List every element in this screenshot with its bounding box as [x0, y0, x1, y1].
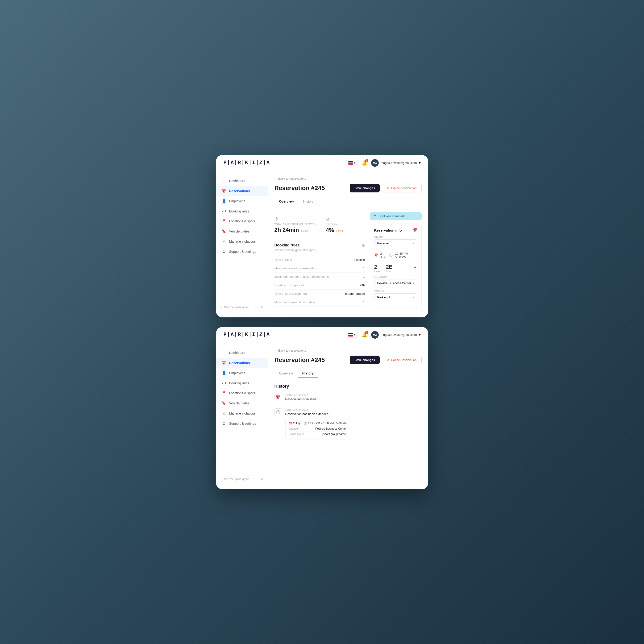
dashboard-icon: ⊞	[222, 351, 226, 355]
close-icon[interactable]: ✕	[261, 306, 263, 309]
page-title: Reservation #245	[274, 184, 325, 192]
spot-changed-text: Spot was changed!	[379, 214, 405, 218]
sidebar2-item-reservations[interactable]: 📅 Reservations	[216, 358, 268, 368]
chevron-down-icon: ▾	[354, 161, 356, 165]
stat-criteria-badge: + 20%	[336, 230, 343, 233]
history-item-finished: 📅 11:16 Sep 20, 2022 Reservation is fini…	[274, 394, 422, 403]
booking-rules-subtitle: Flexible random generated spots	[274, 249, 365, 252]
rule-max-active: Maximum number of active reservations 1	[274, 273, 365, 281]
header-right: ▾ 🔔 1 MA magda.nowak@gmail.com ▾	[346, 159, 420, 167]
user-email: magda.nowak@gmail.com	[381, 161, 417, 165]
sidebar2-item-employees[interactable]: 👤 Employees	[216, 368, 268, 378]
sidebar-item-employees[interactable]: 👤 Employees	[216, 196, 268, 206]
sidebar2-item-locations[interactable]: 📍 Locations & spots	[216, 388, 268, 398]
sidebar-item-reservations[interactable]: 📅 Reservations	[216, 186, 268, 196]
sidebar-label-booking-rules: Booking rules	[229, 209, 249, 213]
sidebar2-item-dashboard[interactable]: ⊞ Dashboard	[216, 348, 268, 358]
spot-value: 2E	[386, 264, 392, 270]
app-body: ⊞ Dashboard 📅 Reservations 👤 Employees 🏷…	[216, 171, 428, 317]
language-selector-2[interactable]: ▾	[346, 332, 358, 338]
history-item-extended: 🕐 11:16 Sep 20, 2022 Reservation has bee…	[274, 408, 422, 440]
tab-overview[interactable]: Overview	[274, 197, 299, 206]
cancel-reservation-button[interactable]: ✕ Cancel reservation	[382, 184, 421, 192]
history-title: History	[274, 384, 422, 389]
gear-icon[interactable]: ⚙	[362, 243, 365, 248]
back-link[interactable]: ← Back to reservations	[274, 177, 422, 180]
sidebar-label-violations: Manage violations	[229, 240, 256, 243]
sidebar2-item-vehicle-plates[interactable]: 🔖 Vehicle plates	[216, 398, 268, 408]
tablet-screen-2: P|A|R|K|I|Z|A ▾ 🔔 1 MA magda.nowak@gmail…	[216, 327, 428, 489]
user-menu-2[interactable]: MA magda.nowak@gmail.com ▾	[371, 331, 420, 339]
guide-link[interactable]: ? See the guide again ✕	[216, 302, 268, 313]
sidebar-item-booking-rules[interactable]: 🏷 Booking rules	[216, 206, 268, 216]
language-selector[interactable]: ▾	[346, 160, 358, 166]
violations-icon: ⚠	[222, 411, 226, 416]
history-finished-text: Reservation is finished.	[285, 397, 317, 401]
parking-label: Parking	[374, 290, 417, 292]
vehicle-plates-icon: 🔖	[222, 229, 226, 234]
stat-criteria-label: CRITERIA	[326, 223, 343, 226]
tab-overview-2[interactable]: Overview	[274, 369, 298, 378]
booking-rules-title: Booking rules	[274, 243, 300, 247]
sidebar-item-dashboard[interactable]: ⊞ Dashboard	[216, 176, 268, 186]
dashboard-icon: ⊞	[222, 179, 226, 183]
clock-small-icon: 🕐	[389, 253, 393, 257]
notification-badge-2: 1	[365, 331, 368, 334]
notifications-button-2[interactable]: 🔔 1	[361, 332, 367, 338]
level-spot-row: 2 Level 2E Spot 📍	[374, 264, 417, 273]
status-field: Status Reserved ▾	[374, 236, 417, 247]
user-menu[interactable]: MA magda.nowak@gmail.com ▾	[371, 159, 420, 167]
sidebar-label-support: Support & settings	[229, 250, 256, 253]
history-finished-content: 11:16 Sep 20, 2022 Reservation is finish…	[285, 394, 317, 403]
sidebar-item-vehicle-plates[interactable]: 🔖 Vehicle plates	[216, 226, 268, 237]
history-extended-details: 📅 2 July 🕐 12:45 PM – 1:00 PM 5:00 PM Lo…	[285, 418, 350, 440]
card-header: Reservation info 📅	[374, 228, 417, 233]
tab-history[interactable]: History	[299, 197, 318, 206]
sidebar-item-locations[interactable]: 📍 Locations & spots	[216, 216, 268, 226]
sidebar-item-violations[interactable]: ⚠ Manage violations	[216, 237, 268, 247]
notification-badge: 1	[365, 159, 368, 162]
sidebar-label-reservations: Reservations	[229, 189, 250, 193]
tab-history-2[interactable]: History	[298, 369, 318, 378]
sidebar2-item-support[interactable]: ⚙ Support & settings	[216, 419, 268, 429]
sidebar-label-employees: Employees	[229, 199, 245, 203]
booking-rules-section: Booking rules ⚙ Flexible random generate…	[274, 243, 365, 307]
rule-spot-assignment: Type of spot assignment create.random	[274, 290, 365, 298]
cancel-label: Cancel reservation	[391, 186, 416, 190]
level-label: Level	[374, 270, 380, 273]
chevron-down-icon: ▾	[413, 281, 414, 285]
logo-2: P|A|R|K|I|Z|A	[224, 332, 270, 338]
cancel-reservation-button-2[interactable]: ✕ Cancel reservation	[382, 356, 421, 364]
history-extended-icon: 🕐	[274, 408, 282, 416]
notifications-button[interactable]: 🔔 1	[361, 160, 367, 166]
save-changes-button[interactable]: Save changes	[350, 184, 380, 192]
tablet-screen-1: P|A|R|K|I|Z|A ▾ 🔔 1 MA magda.nowak@gmail…	[216, 155, 428, 317]
status-dropdown[interactable]: Reserved ▾	[374, 239, 417, 247]
close-icon[interactable]: ✕	[261, 478, 263, 481]
location-dropdown[interactable]: Powisle Business Center ▾	[374, 279, 417, 287]
sidebar: ⊞ Dashboard 📅 Reservations 👤 Employees 🏷…	[216, 171, 268, 317]
tabs-2: Overview History	[274, 369, 422, 378]
sidebar-label: Booking rules	[229, 381, 249, 385]
sidebar-item-support[interactable]: ⚙ Support & settings	[216, 247, 268, 257]
date-value: 2 July	[380, 252, 387, 259]
sidebar-label: Dashboard	[229, 351, 245, 355]
guide-link-2[interactable]: ? See the guide again ✕	[216, 474, 268, 485]
pin-icon: 📍	[413, 266, 417, 270]
sidebar2-item-booking-rules[interactable]: 🏷 Booking rules	[216, 378, 268, 388]
history-extended-meta: 11:16 Sep 20, 2022	[285, 408, 350, 411]
save-changes-button-2[interactable]: Save changes	[350, 356, 380, 364]
location-field: Location Powisle Business Center ▾	[374, 276, 417, 287]
sidebar-2: ⊞ Dashboard 📅 Reservations 👤 Employees 🏷…	[216, 343, 268, 489]
history-extended-text: Reservation has been extended.	[285, 412, 350, 416]
back-link-2[interactable]: ← Back to reservations	[274, 349, 422, 352]
sidebar2-item-violations[interactable]: ⚠ Manage violations	[216, 408, 268, 419]
parking-dropdown[interactable]: Parking 1 ▾	[374, 293, 417, 301]
user-email-2: magda.nowak@gmail.com	[381, 333, 417, 337]
employees-icon: 👤	[222, 199, 226, 204]
main-content-2: ← Back to reservations Reservation #245 …	[268, 343, 428, 489]
overview-content: ⏱ TOTAL TIME SPENT ON LOCATION 2h 24min …	[274, 212, 422, 308]
level-item: 2 Level	[374, 264, 380, 273]
chevron-down-icon: ▾	[419, 161, 421, 165]
history-detail-spots-group: Spots group [spots group name]	[289, 432, 347, 437]
